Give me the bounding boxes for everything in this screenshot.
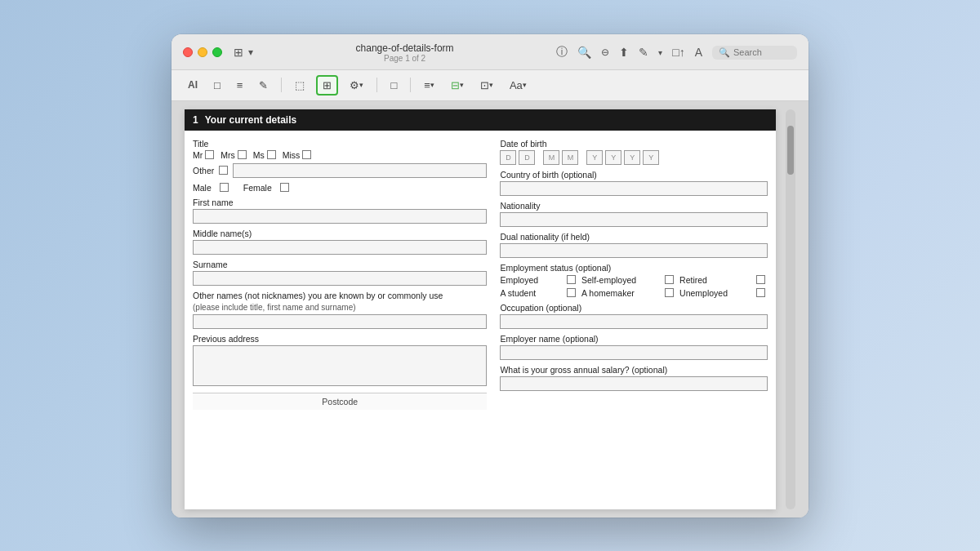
self-employed-checkbox[interactable] [665,275,674,284]
dob-m2[interactable]: M [562,150,578,165]
employed-label: Employed [500,275,564,285]
gender-row: Male Female [193,183,487,193]
male-checkbox[interactable] [220,183,229,192]
dob-m1[interactable]: M [543,150,559,165]
dual-nationality-group: Dual nationality (if held) [500,232,768,258]
nationality-label: Nationality [500,201,768,211]
student-label: A student [500,288,564,298]
form-tool-button[interactable]: ⚙ ▾ [345,77,368,94]
form-left-column: Title Mr Mrs Ms [193,139,487,410]
font-tool-icon: Aa [510,79,523,91]
occupation-group: Occupation (optional) [500,303,768,329]
crop-tool-button[interactable]: ⬚ [290,77,310,94]
page-nav-icon[interactable]: ▾ [248,47,253,58]
dob-d1[interactable]: D [500,150,516,165]
ms-label: Ms [253,150,265,160]
sidebar-toggle-icon[interactable]: ⊞ [234,46,243,59]
dob-label: Date of birth [500,139,768,149]
align-icon: ≡ [424,79,430,91]
scrollbar-thumb[interactable] [787,126,794,175]
female-checkbox[interactable] [280,183,289,192]
occupation-label: Occupation (optional) [500,303,768,313]
country-of-birth-group: Country of birth (optional) [500,170,768,196]
female-label: Female [243,183,272,193]
gross-salary-input[interactable] [500,376,768,391]
edit-tool-button[interactable]: ⊡ ▾ [475,77,498,94]
retired-checkbox[interactable] [756,275,765,284]
toolbar-separator-3 [410,78,411,92]
ai-icon: AI [188,79,198,91]
export-icon[interactable]: □↑ [672,46,684,59]
share-icon[interactable]: ⬆ [619,46,629,59]
cursor-icon: □ [214,79,220,91]
image-tool-button[interactable]: ⊞ [316,75,338,96]
first-name-input[interactable] [193,209,487,224]
student-checkbox[interactable] [567,288,576,297]
info-icon[interactable]: ⓘ [556,45,568,60]
form-chevron-icon: ▾ [359,81,363,89]
surname-input[interactable] [193,271,487,286]
section-title: Your current details [205,114,296,126]
dob-y4[interactable]: Y [643,150,659,165]
font-icon[interactable]: A [695,46,702,59]
text-tool-button[interactable]: ≡ [232,77,248,94]
font-tool-button[interactable]: Aa ▾ [505,77,532,94]
scrollbar-track[interactable] [786,109,795,509]
other-title-input[interactable] [233,163,487,178]
country-of-birth-input[interactable] [500,181,768,196]
zoom-in-icon[interactable]: 🔍 [577,46,591,59]
retired-label: Retired [679,275,753,285]
occupation-input[interactable] [500,314,768,329]
close-button[interactable] [183,47,193,57]
employment-options-grid: Employed Self-employed Retired A student… [500,275,768,298]
unemployed-checkbox[interactable] [756,288,765,297]
mr-checkbox[interactable] [205,150,214,159]
nationality-input[interactable] [500,212,768,227]
postcode-bar: Postcode [193,393,487,410]
employment-status-label: Employment status (optional) [500,263,768,273]
male-label: Male [193,183,212,193]
redact-tool-button[interactable]: □ [385,77,402,94]
align-tool-button[interactable]: ≡ ▾ [419,77,439,94]
form-icon: ⚙ [350,79,359,91]
search-bar[interactable]: 🔍 [712,46,797,60]
previous-address-input[interactable] [193,345,487,386]
middle-name-input[interactable] [193,240,487,255]
form-document: 1 Your current details Title Mr [185,109,776,509]
previous-address-group: Previous address [193,334,487,388]
employer-name-input[interactable] [500,345,768,360]
minimize-button[interactable] [198,47,207,57]
other-checkbox[interactable] [219,166,228,175]
markup-chevron-icon[interactable]: ▾ [658,48,662,57]
miss-checkbox[interactable] [302,150,311,159]
ms-checkbox[interactable] [267,150,276,159]
ai-tool-button[interactable]: AI [183,77,203,93]
fullscreen-button[interactable] [212,47,222,57]
dob-y1[interactable]: Y [586,150,603,165]
pen-tool-button[interactable]: ✎ [254,77,273,94]
other-label: Other [193,166,214,176]
zoom-out-icon[interactable]: ⊖ [601,47,609,58]
color-tool-button[interactable]: ⊟ ▾ [446,77,469,94]
select-tool-button[interactable]: □ [209,77,225,94]
section-header: 1 Your current details [185,109,776,131]
mrs-checkbox[interactable] [238,150,247,159]
dob-y2[interactable]: Y [605,150,621,165]
homemaker-checkbox[interactable] [665,288,674,297]
color-chevron-icon: ▾ [460,81,464,89]
other-names-input[interactable] [193,314,487,329]
miss-label: Miss [283,150,301,160]
text-icon: ≡ [237,79,243,91]
content-area: 1 Your current details Title Mr [172,101,808,518]
dual-nationality-input[interactable] [500,243,768,258]
app-window: ⊞ ▾ change-of-details-form Page 1 of 2 ⓘ… [172,34,808,518]
search-input[interactable] [733,47,791,57]
mr-label: Mr [193,150,203,160]
title-ms: Ms [253,150,276,160]
title-info: change-of-details-form Page 1 of 2 [261,42,548,63]
pen-icon[interactable]: ✎ [639,46,648,59]
employed-checkbox[interactable] [567,275,576,284]
dob-y3[interactable]: Y [624,150,640,165]
dob-d2[interactable]: D [519,150,535,165]
dual-nationality-label: Dual nationality (if held) [500,232,768,242]
